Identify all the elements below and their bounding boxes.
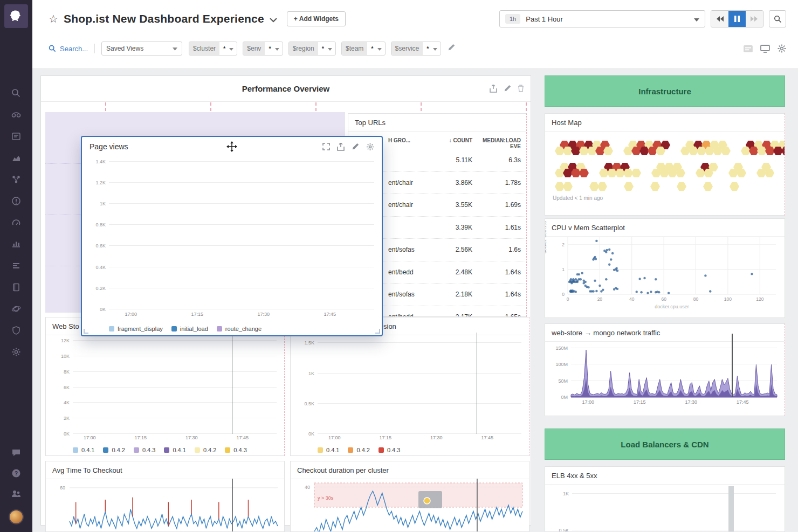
favorite-star-icon[interactable]: ☆ [49, 12, 58, 25]
logs-icon [11, 261, 21, 271]
sidebar-item-search[interactable] [11, 88, 21, 98]
saved-views-select[interactable]: Saved Views [101, 42, 182, 56]
host-cluster[interactable] [651, 163, 684, 177]
legend-item[interactable]: 0.4.2 [195, 447, 216, 453]
host-cluster[interactable] [624, 185, 632, 191]
title-chevron-down-icon[interactable] [270, 15, 277, 25]
tv-mode-icon[interactable] [760, 45, 770, 53]
widget-gear-icon[interactable] [366, 143, 374, 151]
host-cluster[interactable] [623, 141, 669, 155]
pause-button[interactable] [728, 11, 746, 27]
sidebar-item-monitors[interactable] [11, 196, 21, 206]
time-forward-button[interactable] [746, 11, 763, 27]
host-cluster[interactable] [555, 163, 587, 177]
host-cluster[interactable] [730, 185, 738, 191]
widget-checkout-conversion[interactable]: sion 0K0.5K1K1.5K17:0017:1517:3017:450.4… [290, 317, 529, 456]
sidebar-item-synthetics[interactable] [11, 304, 21, 314]
sidebar-item-security[interactable] [11, 326, 21, 335]
host-cluster[interactable] [599, 163, 639, 177]
widget-checkout-duration[interactable]: Checkout duration per cluster y > 30s40 [290, 461, 529, 532]
legend-item[interactable]: 0.4.2 [348, 447, 369, 453]
grid-view-icon[interactable] [744, 45, 753, 52]
time-range-select[interactable]: 1h Past 1 Hour [499, 10, 705, 27]
legend-item[interactable]: initial_load [171, 326, 208, 332]
host-cluster[interactable] [728, 163, 745, 177]
template-variable-region[interactable]: $region* [288, 42, 336, 56]
host-cluster[interactable] [680, 141, 729, 155]
sidebar-item-apm[interactable] [11, 239, 21, 249]
user-avatar[interactable] [9, 509, 24, 524]
host-cluster[interactable] [555, 141, 611, 155]
widget-avg-time-to-checkout[interactable]: Avg Time To Checkout 6040 [45, 461, 285, 532]
sidebar-item-watchdog[interactable] [11, 110, 21, 120]
edit-variables-pencil-icon[interactable] [448, 44, 455, 53]
sidebar-item-metrics[interactable] [11, 153, 21, 163]
sidebar-item-logs[interactable] [11, 261, 21, 271]
x-axis-label: docker.cpu.user [655, 304, 689, 309]
widget-web-store[interactable]: Web Sto 0K2K4K6K8K10K12K17:0017:1517:301… [45, 317, 285, 456]
resize-handle[interactable] [375, 329, 380, 334]
sidebar-item-notebooks[interactable] [11, 282, 21, 292]
widget-elb-4xx-5xx[interactable]: ELB 4xx & 5xx 0.5K1K17:0017:1517:3017:45 [545, 466, 785, 532]
template-variable-env[interactable]: $env* [243, 42, 283, 56]
legend-item[interactable]: fragment_display [109, 326, 163, 332]
hex-line [599, 169, 639, 177]
sidebar-item-settings[interactable] [11, 347, 21, 357]
move-handle-icon[interactable] [226, 141, 237, 154]
dashboard-title[interactable]: Shop.ist New Dashboard Experience [64, 12, 264, 25]
column-median[interactable]: MEDIAN:LOAD EVE [472, 137, 521, 149]
trash-icon[interactable] [518, 85, 524, 92]
legend-item[interactable]: 0.4.1 [73, 447, 94, 453]
legend-item[interactable]: 0.4.3 [379, 447, 400, 453]
host-cluster[interactable] [756, 163, 773, 177]
search-input[interactable]: Search... [49, 45, 88, 53]
host-cluster[interactable] [650, 185, 658, 191]
sidebar-item-invite-users[interactable] [11, 489, 21, 499]
host-cluster[interactable] [677, 185, 685, 191]
sidebar-item-dashboards[interactable] [11, 218, 21, 227]
chart-plot: 0K0.5K1K1.5K [318, 337, 521, 434]
settings-gear-icon[interactable] [778, 44, 786, 53]
resize-handle[interactable] [84, 329, 88, 334]
sidebar-item-help[interactable]: ? [11, 468, 21, 478]
host-cluster[interactable] [703, 185, 711, 191]
host-hexagon [703, 182, 713, 191]
template-variable-service[interactable]: $service* [391, 42, 441, 56]
template-variable-team[interactable]: $team* [341, 42, 386, 56]
add-widgets-button[interactable]: + Add Widgets [287, 11, 346, 26]
group-header-infrastructure[interactable]: Infrastructure [545, 75, 785, 107]
host-cluster[interactable] [555, 185, 571, 191]
performance-group-header[interactable]: Performance Overview [41, 76, 531, 102]
edit-pencil-icon[interactable] [504, 85, 511, 92]
widget-mongo-network-traffic[interactable]: web-store → mongo network traffic 0M50M1… [545, 323, 785, 416]
sidebar-item-chat[interactable] [11, 448, 21, 458]
svg-text:80: 80 [693, 296, 699, 302]
time-backward-button[interactable] [711, 11, 728, 27]
column-count[interactable]: ↓ COUNT [426, 137, 472, 149]
legend-item[interactable]: 0.4.1 [164, 447, 185, 453]
host-cluster[interactable] [696, 163, 717, 177]
widget-cpu-mem-scatterplot[interactable]: CPU v Mem Scatterplot 020406080100120012… [545, 218, 785, 318]
template-variable-cluster[interactable]: $cluster* [189, 42, 237, 56]
sidebar-item-events[interactable] [11, 132, 21, 141]
snap-guide [105, 102, 106, 111]
dragged-widget-page-views[interactable]: Page views 0K0.2K0.4K0.6K0.8K1K1.2K1.4K1… [81, 136, 383, 336]
zoom-search-button[interactable] [769, 10, 786, 27]
host-cluster[interactable] [785, 163, 785, 177]
group-header-load-balancers[interactable]: Load Balancers & CDN [545, 429, 785, 460]
widget-host-map[interactable]: Host Map Updated < 1 min ago [545, 113, 785, 216]
legend-item[interactable]: 0.4.3 [134, 447, 155, 453]
legend-item[interactable]: 0.4.2 [103, 447, 125, 453]
datadog-logo[interactable] [4, 4, 28, 28]
export-icon[interactable] [337, 143, 345, 151]
legend-item[interactable]: 0.4.1 [318, 447, 339, 453]
host-cluster[interactable] [589, 185, 606, 191]
x-axis-labels: 17:0017:1517:3017:45 [571, 399, 777, 407]
fullscreen-icon[interactable] [322, 143, 330, 150]
legend-item[interactable]: 0.4.3 [225, 447, 246, 453]
sidebar-item-service-map[interactable] [11, 175, 21, 184]
host-cluster[interactable] [741, 141, 785, 155]
legend-item[interactable]: route_change [217, 326, 262, 332]
edit-pencil-icon[interactable] [352, 143, 359, 150]
export-icon[interactable] [490, 85, 497, 93]
